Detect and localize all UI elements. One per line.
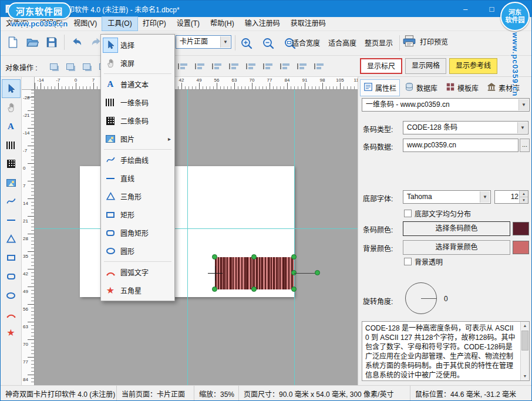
selection-handle-bottom-mid[interactable] xyxy=(251,287,257,292)
selection-handle-top-mid[interactable] xyxy=(251,254,257,260)
font-select[interactable]: Tahoma ▼ xyxy=(403,190,491,204)
show-grid-button[interactable]: 显示网格 xyxy=(405,58,446,74)
tool-barcode-1d[interactable] xyxy=(2,136,20,154)
align-center-h-button[interactable] xyxy=(193,59,207,74)
fit-height-button[interactable]: 适合高度 xyxy=(328,36,356,51)
choose-background-color-button[interactable]: 选择背景颜色 xyxy=(403,240,510,255)
tools-menu-item-line[interactable]: 直线 xyxy=(101,169,174,187)
selection-handle-top-left[interactable] xyxy=(212,254,217,260)
barcode-type-select[interactable]: CODE-128 条码 ▼ xyxy=(403,121,528,134)
tools-menu-item-arc-text[interactable]: 圆弧文字 xyxy=(101,263,174,281)
new-file-button[interactable] xyxy=(4,33,22,51)
menubar-item-print[interactable]: 打印(P) xyxy=(137,17,171,31)
tools-menu-item-text[interactable]: A普通文本 xyxy=(101,75,174,93)
tools-menu-item-curve[interactable]: 手绘曲线 xyxy=(101,151,174,169)
zoom-out-button[interactable] xyxy=(260,35,277,52)
tools-menu-item-star[interactable]: ★五角星 xyxy=(101,281,174,299)
menubar-item-view[interactable]: 视图(V) xyxy=(68,17,102,31)
spinner-up-icon[interactable]: ▲ xyxy=(519,191,528,197)
full-page-button[interactable]: 整页显示 xyxy=(365,36,393,51)
tools-menu-item-barcode-2d[interactable]: 二维条码 xyxy=(101,112,174,130)
equal-size-button[interactable] xyxy=(312,59,326,74)
tool-round-rect[interactable] xyxy=(2,268,20,285)
tool-triangle[interactable] xyxy=(2,230,20,248)
tools-menu-item-pan[interactable]: 滚屏 xyxy=(101,54,174,72)
scrollbar-thumb[interactable] xyxy=(521,331,528,351)
distribute-checkbox[interactable] xyxy=(404,210,412,217)
menubar-item-tools[interactable]: 工具(O) xyxy=(102,17,137,31)
design-canvas[interactable]: 文本内容 xyxy=(35,90,358,385)
tab-label-templates: 模板库 xyxy=(457,83,479,93)
selection-handle-top-right[interactable] xyxy=(291,254,297,260)
choose-barcode-color-button[interactable]: 选择条码颜色 xyxy=(403,221,510,236)
tool-image[interactable] xyxy=(2,174,20,191)
tools-menu-item-ellipse[interactable]: 圆形 xyxy=(101,242,174,260)
page-select[interactable]: 卡片正面 ▼ xyxy=(176,35,231,49)
selection-handle-bottom-left[interactable] xyxy=(212,287,217,292)
fit-width-button[interactable]: 适合宽度 xyxy=(292,36,320,51)
show-guides-button[interactable]: 显示参考线 xyxy=(449,58,497,74)
equal-height-button[interactable] xyxy=(295,59,309,74)
align-middle-button[interactable] xyxy=(244,59,258,74)
guide-line-horizontal[interactable] xyxy=(35,228,358,229)
print-preview-button[interactable]: 打印预览 xyxy=(402,35,448,48)
spinner-down-icon[interactable]: ▼ xyxy=(519,197,528,203)
guide-line-vertical[interactable] xyxy=(294,90,295,385)
send-to-back-button[interactable] xyxy=(63,59,77,74)
tool-text[interactable]: A xyxy=(2,117,20,135)
align-right-button[interactable] xyxy=(210,59,224,74)
tab-database[interactable]: 数据库 xyxy=(401,79,441,96)
scroll-up-icon[interactable]: ▲ xyxy=(521,322,529,330)
tools-menu-item-triangle[interactable]: 三角形 xyxy=(101,187,174,205)
menubar-item-help[interactable]: 帮助(H) xyxy=(205,17,240,31)
open-file-button[interactable] xyxy=(23,33,41,51)
tool-line[interactable] xyxy=(2,211,20,229)
undo-button[interactable] xyxy=(68,33,86,51)
tools-menu-label-curve: 手绘曲线 xyxy=(120,155,174,165)
guide-line-vertical[interactable] xyxy=(187,90,188,385)
tools-menu-item-select[interactable]: 选择 xyxy=(101,36,174,54)
tools-menu-label-triangle: 三角形 xyxy=(120,191,174,201)
tool-pan[interactable] xyxy=(2,99,20,116)
menubar-item-enter-license[interactable]: 输入注册码 xyxy=(240,17,285,31)
align-left-button[interactable] xyxy=(176,59,190,74)
align-bottom-button[interactable] xyxy=(261,59,275,74)
tool-barcode-2d[interactable] xyxy=(2,155,20,173)
save-file-button[interactable] xyxy=(43,33,60,51)
barcode-object[interactable] xyxy=(215,257,294,289)
tools-menu-item-rect[interactable]: 矩形 xyxy=(101,205,174,224)
tools-menu-item-image[interactable]: 图片▸ xyxy=(101,130,174,148)
bring-to-front-button[interactable] xyxy=(46,59,60,74)
tool-rect[interactable] xyxy=(2,249,20,267)
tool-arc-text[interactable] xyxy=(2,305,20,323)
bottom-font-label: 底部字体: xyxy=(363,193,393,203)
barcode-data-input[interactable]: www.pc0359.cn xyxy=(403,139,518,152)
align-top-button[interactable] xyxy=(227,59,241,74)
scroll-down-icon[interactable]: ▼ xyxy=(521,372,529,380)
object-select[interactable]: 一维条码 - www.pc0359.cn ▼ xyxy=(362,98,530,112)
tool-star[interactable]: ★ xyxy=(2,324,20,342)
tool-curve[interactable] xyxy=(2,193,20,210)
font-size-spinner[interactable]: 12 ▲▼ xyxy=(494,190,528,204)
tab-templates[interactable]: 模板库 xyxy=(442,79,482,96)
minimize-button[interactable]: – xyxy=(452,1,479,17)
ruler-left-label: 0 xyxy=(23,166,25,171)
equal-width-button[interactable] xyxy=(278,59,292,74)
menubar-item-settings[interactable]: 设置(T) xyxy=(171,17,205,31)
show-ruler-button[interactable]: 显示标尺 xyxy=(360,58,402,74)
zoom-in-button[interactable] xyxy=(238,35,255,52)
selection-handle-bottom-right[interactable] xyxy=(291,287,297,292)
tool-ellipse[interactable] xyxy=(2,287,20,304)
tab-label-database: 数据库 xyxy=(416,83,437,93)
tab-properties[interactable]: 属性栏 xyxy=(360,79,400,96)
group-objects-button[interactable] xyxy=(79,59,93,74)
tool-select[interactable] xyxy=(2,80,20,97)
menubar-item-get-license[interactable]: 获取注册码 xyxy=(285,17,331,31)
ruler-top-label: 105 xyxy=(336,77,344,83)
tools-menu-item-round-rect[interactable]: 圆角矩形 xyxy=(101,224,174,242)
scrollbar[interactable]: ▲ ▼ xyxy=(520,322,529,380)
browse-button[interactable]: ... xyxy=(520,139,530,152)
tools-menu-item-barcode-1d[interactable]: 一维条码 xyxy=(101,93,174,112)
rotation-handle[interactable] xyxy=(315,270,320,275)
transparent-checkbox[interactable] xyxy=(404,258,412,265)
